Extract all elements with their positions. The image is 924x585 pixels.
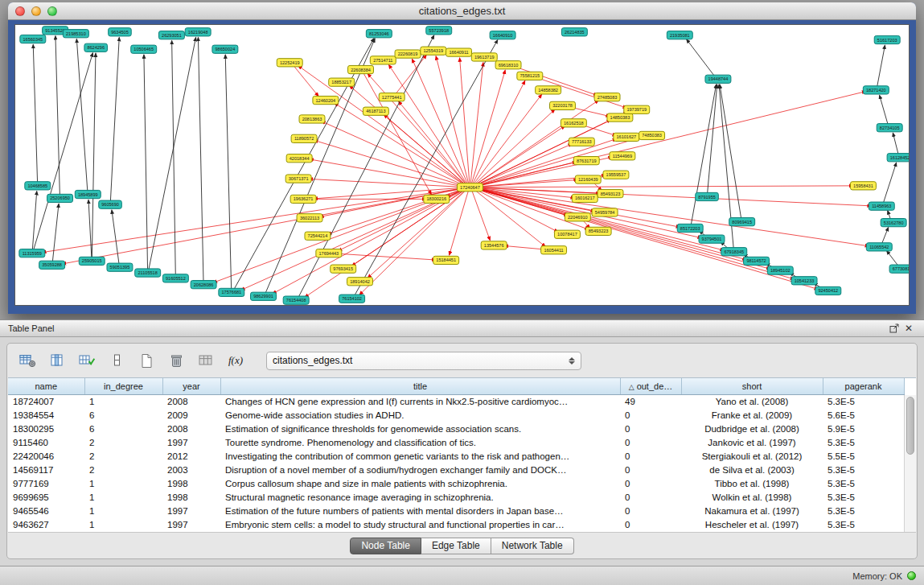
- network-node[interactable]: 85493123: [598, 189, 623, 197]
- network-node[interactable]: 87631719: [573, 157, 599, 165]
- table-row[interactable]: 2242004622012Investigating the contribut…: [8, 449, 904, 463]
- table-row[interactable]: 1830029562008Estimation of significance …: [8, 422, 904, 435]
- network-node[interactable]: 22608384: [348, 65, 374, 73]
- network-node[interactable]: 18914042: [347, 278, 373, 286]
- network-node[interactable]: 19613719: [471, 53, 497, 61]
- network-node[interactable]: 20813863: [299, 115, 325, 123]
- network-node[interactable]: 21935081: [667, 31, 692, 39]
- network-node[interactable]: 16128452: [887, 154, 909, 162]
- network-node[interactable]: 54959784: [592, 208, 618, 216]
- network-node[interactable]: 85493223: [585, 227, 611, 235]
- network-node[interactable]: 81253046: [366, 30, 392, 38]
- table-row[interactable]: 1938455462009Genome-wide association stu…: [8, 408, 904, 422]
- network-node[interactable]: 16054411: [541, 246, 567, 254]
- network-node[interactable]: 21105518: [135, 269, 161, 277]
- network-node[interactable]: 59051395: [107, 263, 133, 271]
- table-row[interactable]: 1456911722003Disruption of a novel membe…: [8, 463, 904, 476]
- network-canvas[interactable]: 1724064720813863118905724201834430671371…: [14, 24, 910, 306]
- tab-node-table[interactable]: Node Table: [350, 538, 421, 554]
- network-node[interactable]: 36022113: [297, 214, 322, 222]
- network-node[interactable]: 22260819: [395, 50, 421, 58]
- network-node[interactable]: 25905015: [79, 257, 105, 265]
- network-node[interactable]: 18300216: [424, 195, 450, 203]
- network-node[interactable]: 69618310: [495, 61, 521, 69]
- close-window-button[interactable]: [15, 6, 25, 16]
- network-node[interactable]: 25206950: [47, 194, 73, 202]
- column-header-year[interactable]: year: [162, 378, 220, 394]
- column-header-short[interactable]: short: [681, 378, 823, 394]
- network-node[interactable]: 91605512: [162, 274, 188, 282]
- network-node[interactable]: 46187113: [363, 107, 388, 115]
- table-check-icon[interactable]: [75, 349, 99, 372]
- network-node[interactable]: 15184451: [433, 256, 459, 264]
- float-panel-icon[interactable]: [887, 322, 901, 335]
- window-titlebar[interactable]: citations_edges.txt: [8, 2, 916, 20]
- new-document-icon[interactable]: [134, 349, 158, 372]
- column-header-in_degree[interactable]: in_degree: [84, 378, 162, 394]
- network-node[interactable]: 11544969: [610, 152, 635, 160]
- network-node[interactable]: 17240647: [457, 183, 483, 192]
- network-node[interactable]: 19739719: [624, 105, 650, 113]
- network-node[interactable]: 98629901: [251, 292, 277, 300]
- network-node[interactable]: 18853217: [329, 78, 355, 86]
- network-node[interactable]: 12160439: [575, 175, 601, 183]
- show-columns-icon[interactable]: [45, 349, 69, 372]
- table-row[interactable]: 946362711997Embryonic stem cells: a mode…: [8, 517, 904, 531]
- network-node[interactable]: 14850383: [607, 113, 633, 122]
- network-node[interactable]: 77716133: [569, 138, 594, 146]
- column-header-pagerank[interactable]: pagerank: [823, 378, 904, 394]
- network-node[interactable]: 30671371: [285, 175, 311, 183]
- network-node[interactable]: 76154102: [339, 295, 365, 303]
- network-node[interactable]: 98114572: [744, 257, 770, 265]
- scrollbar-thumb[interactable]: [906, 397, 914, 455]
- network-node[interactable]: 16640911: [446, 48, 472, 56]
- network-node[interactable]: 35059288: [39, 261, 65, 269]
- network-node[interactable]: 21985310: [63, 30, 88, 38]
- network-node[interactable]: 27514711: [370, 56, 396, 64]
- table-row[interactable]: 977716911998Corpus callosum shape and si…: [8, 476, 904, 490]
- network-node[interactable]: 75581215: [517, 72, 543, 80]
- trash-icon[interactable]: [164, 349, 188, 372]
- network-node[interactable]: 17576681: [219, 288, 244, 296]
- network-node[interactable]: 10506465: [131, 45, 157, 53]
- tab-edge-table[interactable]: Edge Table: [421, 538, 491, 554]
- network-node[interactable]: 72544214: [305, 232, 331, 240]
- network-node[interactable]: 55723918: [426, 27, 452, 35]
- network-node[interactable]: 8791955: [696, 192, 719, 200]
- network-node[interactable]: 18945102: [767, 266, 793, 274]
- network-node[interactable]: 9634505: [109, 28, 132, 36]
- zoom-window-button[interactable]: [47, 6, 57, 16]
- network-node[interactable]: 11065542: [866, 243, 892, 251]
- network-node[interactable]: 53162780: [881, 219, 906, 227]
- network-node[interactable]: 17694443: [316, 249, 342, 257]
- network-node[interactable]: 9605690: [99, 200, 122, 208]
- network-node[interactable]: 26293051: [158, 31, 184, 39]
- table-settings-icon[interactable]: [15, 349, 39, 372]
- network-node[interactable]: 85172203: [677, 224, 703, 232]
- network-node[interactable]: 51617203: [874, 35, 900, 43]
- network-node[interactable]: 18271420: [863, 86, 889, 94]
- network-node[interactable]: 16219048: [185, 28, 211, 36]
- network-node[interactable]: 67918345: [721, 248, 747, 256]
- network-node[interactable]: 10541233: [791, 277, 817, 285]
- tab-network-table[interactable]: Network Table: [491, 538, 574, 554]
- network-node[interactable]: 16560345: [20, 35, 46, 43]
- column-header-title[interactable]: title: [220, 378, 620, 394]
- table-row[interactable]: 1872400712008Changes of HCN gene express…: [8, 394, 904, 408]
- column-cells-icon[interactable]: [105, 349, 129, 372]
- network-node[interactable]: 97693415: [331, 265, 356, 273]
- network-node[interactable]: 98650024: [212, 45, 238, 53]
- network-node[interactable]: 42018344: [286, 154, 312, 163]
- column-header-out_degree[interactable]: △out_de…: [620, 378, 681, 394]
- network-node[interactable]: 12460204: [313, 96, 339, 104]
- network-graph[interactable]: 1724064720813863118905724201834430671371…: [15, 25, 909, 305]
- network-node[interactable]: 67730814: [889, 265, 909, 273]
- network-node[interactable]: 80969415: [729, 218, 755, 226]
- network-node[interactable]: 11890572: [291, 134, 317, 142]
- network-node[interactable]: 32203178: [550, 101, 576, 109]
- network-node[interactable]: 16640910: [490, 31, 515, 39]
- network-node[interactable]: 15958431: [850, 182, 876, 190]
- network-node[interactable]: 10078417: [554, 230, 580, 238]
- network-node[interactable]: 74850383: [639, 131, 665, 139]
- network-node[interactable]: 16162518: [561, 119, 586, 127]
